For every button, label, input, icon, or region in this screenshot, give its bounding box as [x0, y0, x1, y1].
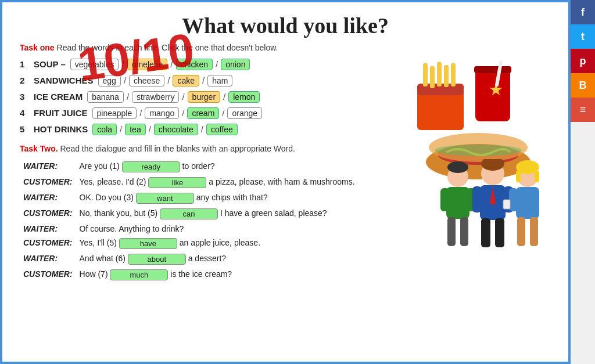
svg-rect-34 — [517, 217, 525, 246]
dialogue-line-7: And what (6) about a dessert? — [76, 251, 423, 267]
dialogue-line-1: Are you (1) ready to order? — [76, 159, 423, 175]
sidebar: f t p B ≡ — [571, 0, 595, 364]
blank-about: about — [128, 254, 186, 265]
blogger-button[interactable]: B — [571, 73, 595, 98]
svg-rect-35 — [530, 217, 538, 246]
word-pineapple[interactable]: pineapple — [92, 107, 137, 119]
vocab-num-5: 5 — [20, 124, 30, 134]
blank-want: want — [136, 193, 194, 204]
word-mango[interactable]: mango — [145, 107, 179, 119]
svg-rect-38 — [535, 171, 539, 182]
dialogue-line-6: Yes, I'll (5) have an apple juice, pleas… — [76, 236, 423, 251]
word-cola[interactable]: cola — [92, 124, 117, 135]
word-orange[interactable]: orange — [227, 107, 262, 119]
role-customer-4: CUSTOMER: — [20, 267, 76, 283]
svg-rect-16 — [446, 187, 469, 219]
dialogue-section: WAITER: Are you (1) ready to order? CUST… — [20, 159, 551, 283]
page-title: What would you like? — [20, 14, 551, 38]
svg-point-21 — [447, 161, 468, 173]
vocab-cat-1: SOUP – — [34, 59, 66, 69]
role-customer-3: CUSTOMER: — [20, 236, 76, 251]
vocab-num-3: 3 — [20, 92, 30, 102]
svg-rect-27 — [481, 218, 490, 247]
word-ham[interactable]: ham — [207, 75, 232, 87]
role-waiter-3: WAITER: — [20, 222, 76, 236]
vocab-num-2: 2 — [20, 75, 30, 85]
svg-rect-2 — [423, 63, 428, 87]
svg-rect-33 — [526, 188, 535, 211]
svg-rect-39 — [503, 200, 510, 209]
vocab-cat-3: ICE CREAM — [34, 92, 83, 102]
people-illustration — [435, 159, 551, 283]
task-two-label: Task Two. — [20, 144, 58, 153]
svg-rect-3 — [430, 66, 435, 88]
dialogue-row-3: WAITER: OK. Do you (3) want any chips wi… — [20, 190, 423, 206]
word-coffee[interactable]: coffee — [206, 124, 238, 135]
role-customer-1: CUSTOMER: — [20, 175, 76, 190]
svg-rect-19 — [447, 217, 456, 246]
dialogue-line-5: Of course. Anything to drink? — [76, 222, 423, 236]
pinterest-button[interactable]: p — [571, 49, 595, 73]
facebook-button[interactable]: f — [571, 0, 595, 24]
vocab-num-4: 4 — [20, 108, 30, 118]
main-content: 10/10 What would you like? Task one Read… — [0, 0, 571, 364]
role-waiter-2: WAITER: — [20, 190, 76, 206]
role-customer-2: CUSTOMER: — [20, 206, 76, 222]
svg-rect-24 — [472, 186, 482, 212]
word-chocolate[interactable]: chocolate — [154, 124, 198, 135]
role-waiter-1: WAITER: — [20, 159, 76, 175]
vocab-cat-4: FRUIT JUICE — [34, 108, 88, 118]
svg-rect-20 — [460, 217, 468, 246]
blank-have: have — [119, 238, 177, 249]
word-tea[interactable]: tea — [125, 124, 145, 135]
vocab-num-1: 1 — [20, 59, 30, 69]
word-banana[interactable]: banana — [87, 91, 124, 103]
dialogue-row-7: WAITER: And what (6) about a dessert? — [20, 251, 423, 267]
svg-rect-17 — [440, 188, 449, 211]
word-burger[interactable]: burger — [188, 91, 220, 103]
dialogue-line-8: How (7) much is the ice cream? — [76, 267, 423, 283]
dialogue-line-3: OK. Do you (3) want any chips with that? — [76, 190, 423, 206]
word-strawberry[interactable]: strawberry — [132, 91, 179, 103]
svg-rect-37 — [516, 171, 521, 182]
dialogue-row-8: CUSTOMER: How (7) much is the ice cream? — [20, 267, 423, 283]
dialogue-row-4: CUSTOMER: No, thank you, but (5) can I h… — [20, 206, 423, 222]
svg-rect-28 — [495, 218, 504, 247]
dialogue-row-6: CUSTOMER: Yes, I'll (5) have an apple ju… — [20, 236, 423, 251]
svg-rect-6 — [451, 63, 456, 87]
dialogue-left: WAITER: Are you (1) ready to order? CUST… — [20, 159, 423, 283]
twitter-button[interactable]: t — [571, 24, 595, 49]
word-cream[interactable]: cream — [187, 107, 219, 119]
blank-ready: ready — [122, 161, 180, 172]
dialogue-row-2: CUSTOMER: Yes, please. I'd (2) like a pi… — [20, 175, 423, 190]
word-onion[interactable]: onion — [221, 59, 250, 70]
dialogue-row-5: WAITER: Of course. Anything to drink? — [20, 222, 423, 236]
vocab-cat-5: HOT DRINKS — [34, 124, 88, 134]
google-classroom-button[interactable]: ≡ — [571, 98, 595, 122]
task-two-instruction: Read the dialogue and fill in the blanks… — [60, 144, 295, 153]
blank-can: can — [160, 208, 218, 219]
blank-much: much — [110, 269, 168, 280]
svg-rect-4 — [437, 62, 442, 87]
dialogue-line-4: No, thank you, but (5) can I have a gree… — [76, 206, 423, 222]
dialogue-row-1: WAITER: Are you (1) ready to order? — [20, 159, 423, 175]
dialogue-table: WAITER: Are you (1) ready to order? CUST… — [20, 159, 423, 283]
svg-rect-9 — [474, 66, 511, 73]
task-one-label: Task one — [20, 43, 55, 52]
svg-rect-5 — [444, 65, 449, 87]
role-waiter-4: WAITER: — [20, 251, 76, 267]
word-lemon[interactable]: lemon — [228, 91, 260, 103]
svg-point-14 — [435, 145, 522, 156]
dialogue-line-2: Yes, please. I'd (2) like a pizza, pleas… — [76, 175, 423, 190]
blank-like: like — [148, 177, 206, 188]
